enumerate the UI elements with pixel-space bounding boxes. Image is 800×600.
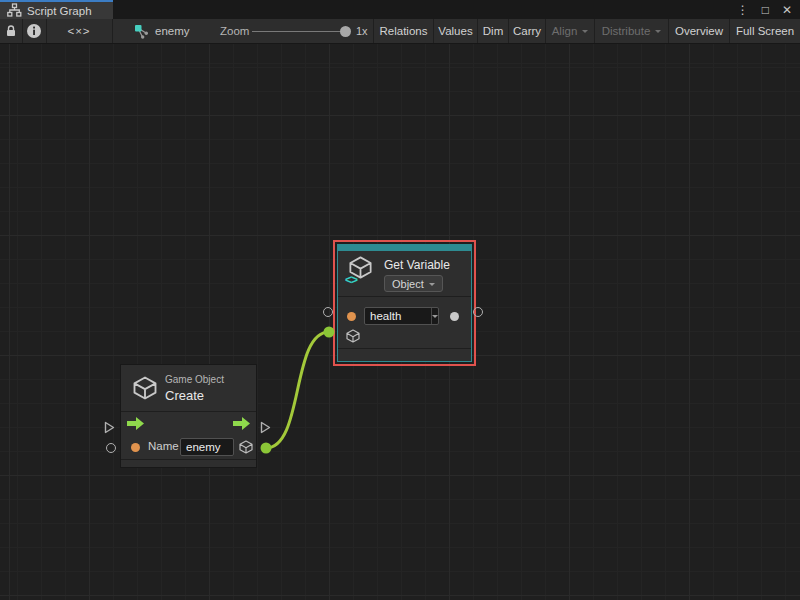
graph-canvas[interactable]: Game Object Create Name: [0, 44, 800, 600]
name-input[interactable]: [181, 439, 233, 455]
zoom-slider-track[interactable]: [252, 31, 344, 32]
variable-name-dropdown[interactable]: [431, 308, 438, 324]
variable-name-input[interactable]: [365, 308, 431, 324]
variable-name-port[interactable]: [347, 312, 356, 321]
name-value-port[interactable]: [131, 443, 140, 452]
node-header: <> Get Variable Object: [338, 251, 471, 296]
node-title: Create: [165, 388, 204, 403]
selection-outline: <> Get Variable Object: [333, 240, 476, 366]
tab-script-graph[interactable]: Script Graph: [0, 0, 113, 19]
overview-button[interactable]: Overview: [668, 19, 729, 43]
info-button[interactable]: [22, 19, 46, 43]
zoom-value: 1x: [356, 19, 368, 43]
object-input-cube-icon[interactable]: [345, 328, 361, 344]
chevron-down-icon: [655, 30, 661, 36]
node-header: Game Object Create: [121, 365, 256, 411]
close-icon[interactable]: ✕: [782, 4, 792, 16]
flow-input-port-outline[interactable]: [104, 421, 115, 434]
node-title: Get Variable: [384, 258, 450, 272]
tab-title: Script Graph: [27, 5, 92, 17]
dim-button[interactable]: Dim: [477, 19, 508, 43]
fullscreen-button[interactable]: Full Screen: [729, 19, 800, 43]
align-button[interactable]: Align: [545, 19, 594, 43]
value-output-port-outline[interactable]: [473, 307, 483, 317]
title-bar: Script Graph ⋮ □ ✕: [0, 0, 800, 19]
toolbar-separator: [112, 19, 113, 43]
chevron-down-icon: [432, 315, 438, 321]
toolbar-buttons: Relations Values Dim Carry Align Distrib…: [373, 19, 800, 43]
node-create-game-object[interactable]: Game Object Create Name: [120, 364, 257, 468]
game-object-output-cube-icon[interactable]: [238, 439, 254, 455]
info-icon: [26, 23, 42, 39]
graph-toolbar: <×> enemy Zoom 1x Relations Values Dim C…: [0, 19, 800, 44]
carry-button[interactable]: Carry: [508, 19, 545, 43]
script-graph-icon: [7, 3, 22, 18]
value-output-port[interactable]: [450, 312, 459, 321]
graph-icon: [134, 24, 149, 39]
lock-button[interactable]: [0, 19, 22, 43]
chevron-down-icon: [429, 283, 435, 289]
node-category: Game Object: [165, 374, 224, 385]
wire-start-dot[interactable]: [261, 443, 272, 454]
zoom-label: Zoom: [220, 19, 249, 43]
flow-output-port-outline[interactable]: [260, 421, 271, 434]
variable-name-port-outline[interactable]: [323, 307, 333, 317]
code-brackets-icon: <×>: [67, 25, 90, 37]
node-footer: [338, 349, 471, 361]
variable-code-icon: <>: [345, 273, 357, 287]
value-port-row: Name: [121, 435, 256, 459]
distribute-button[interactable]: Distribute: [594, 19, 668, 43]
window-controls: ⋮ □ ✕: [737, 0, 792, 19]
values-button[interactable]: Values: [433, 19, 477, 43]
graph-breadcrumb[interactable]: enemy: [134, 19, 190, 43]
variable-scope-dropdown[interactable]: Object: [384, 275, 443, 292]
node-body: [338, 297, 471, 348]
flow-output-arrow-icon[interactable]: [233, 417, 250, 430]
name-input-port-outline[interactable]: [106, 443, 116, 453]
node-footer: [121, 460, 256, 467]
connection-wire[interactable]: [266, 332, 329, 448]
chevron-down-icon: [582, 30, 588, 36]
code-toggle-button[interactable]: <×>: [46, 19, 112, 43]
lock-icon: [4, 24, 18, 38]
variable-name-field-wrap: [364, 307, 439, 325]
zoom-slider-handle[interactable]: [340, 26, 351, 37]
name-input-field-wrap: [180, 438, 234, 456]
menu-icon[interactable]: ⋮: [737, 4, 749, 16]
flow-input-arrow-icon[interactable]: [127, 417, 144, 430]
node-get-variable[interactable]: <> Get Variable Object: [337, 244, 472, 362]
flow-port-row: [121, 412, 256, 435]
maximize-icon[interactable]: □: [762, 4, 769, 16]
relations-button[interactable]: Relations: [373, 19, 433, 43]
graph-name: enemy: [155, 25, 190, 37]
name-port-label: Name: [148, 440, 179, 452]
game-object-cube-icon: [131, 374, 159, 402]
